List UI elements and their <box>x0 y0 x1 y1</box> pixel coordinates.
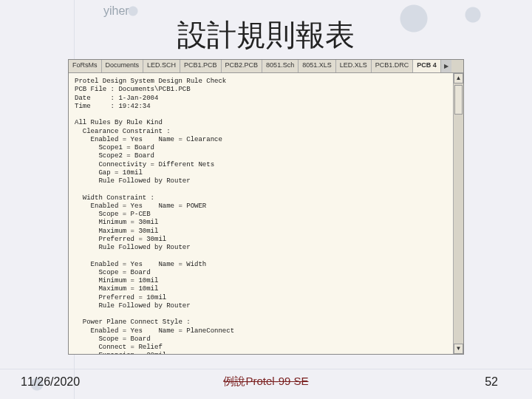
scroll-up-icon[interactable]: ▲ <box>454 73 463 83</box>
tab-led-sch[interactable]: LED.SCH <box>143 60 180 72</box>
tab-pcb1-drc[interactable]: PCB1.DRC <box>372 60 414 72</box>
tab-pcb4[interactable]: PCB 4 <box>413 60 441 72</box>
scroll-down-icon[interactable]: ▼ <box>454 344 463 354</box>
document-tabbar: FoRsMs Documents LED.SCH PCB1.PCB PCB2.P… <box>69 60 463 73</box>
tab-scroll-right-icon[interactable]: ▶ <box>441 60 451 72</box>
tab-forsms[interactable]: FoRsMs <box>69 60 102 72</box>
footer-page-number: 52 <box>485 375 498 389</box>
tab-pcb1-pcb[interactable]: PCB1.PCB <box>180 60 222 72</box>
tab-led-xls[interactable]: LED.XLS <box>336 60 372 72</box>
tab-8051-sch[interactable]: 8051.Sch <box>262 60 299 72</box>
vertical-scrollbar[interactable]: ▲ ▼ <box>453 73 463 354</box>
report-area: Protel Design System Design Rule Check P… <box>69 73 463 354</box>
design-rule-report-text: Protel Design System Design Rule Check P… <box>69 73 453 354</box>
tab-documents[interactable]: Documents <box>102 60 144 72</box>
slide-title: 設計規則報表 <box>0 15 532 55</box>
tab-8051-xls[interactable]: 8051.XLS <box>299 60 336 72</box>
scroll-thumb[interactable] <box>454 85 463 115</box>
tab-pcb2-pcb[interactable]: PCB2.PCB <box>222 60 263 72</box>
app-window: FoRsMs Documents LED.SCH PCB1.PCB PCB2.P… <box>68 59 464 355</box>
footer-center-label: 例說Protel-99 SE <box>0 375 532 389</box>
